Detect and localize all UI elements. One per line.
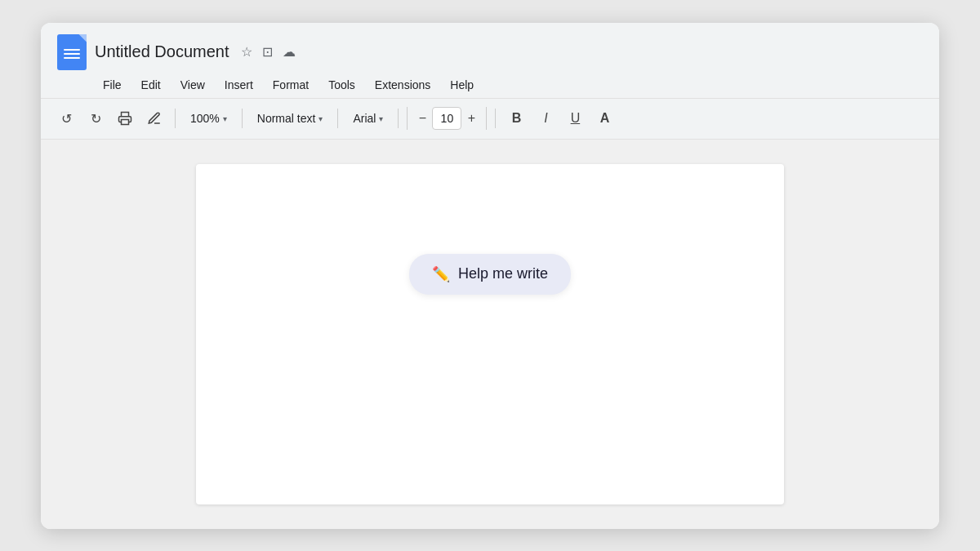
text-style-value: Normal text <box>257 112 316 125</box>
increase-font-size-button[interactable]: + <box>461 107 481 130</box>
font-color-button[interactable]: A <box>592 106 617 131</box>
spell-check-button[interactable] <box>142 106 167 131</box>
menu-edit[interactable]: Edit <box>133 75 169 95</box>
menu-bar: File Edit View Insert Format Tools Exten… <box>95 75 923 98</box>
title-row: Untitled Document ☆ ⊡ ☁ <box>57 34 923 70</box>
decrease-font-size-button[interactable]: − <box>412 107 432 130</box>
toolbar: ↺ ↻ 100% ▾ No <box>41 99 939 140</box>
bold-button[interactable]: B <box>504 106 528 131</box>
document-title[interactable]: Untitled Document <box>95 42 229 61</box>
drive-folder-icon[interactable]: ⊡ <box>262 44 273 60</box>
star-icon[interactable]: ☆ <box>241 44 252 60</box>
font-arrow: ▾ <box>379 114 383 123</box>
print-button[interactable] <box>113 106 137 131</box>
menu-tools[interactable]: Tools <box>320 75 363 95</box>
zoom-arrow: ▾ <box>223 114 227 123</box>
zoom-value: 100% <box>190 112 220 125</box>
font-value: Arial <box>353 112 376 125</box>
text-style-arrow: ▾ <box>318 114 323 123</box>
main-content-area: ✏️ Help me write <box>41 140 939 529</box>
help-me-write-label: Help me write <box>458 265 548 282</box>
doc-icon-line <box>64 49 80 51</box>
zoom-section: 100% ▾ <box>184 109 234 128</box>
doc-icon-line <box>64 53 80 55</box>
font-size-section: − + <box>407 107 487 130</box>
zoom-dropdown[interactable]: 100% ▾ <box>184 109 234 128</box>
italic-button[interactable]: I <box>533 106 558 131</box>
toolbar-divider-3 <box>337 109 338 128</box>
font-size-input[interactable] <box>432 107 461 130</box>
menu-insert[interactable]: Insert <box>216 75 261 95</box>
doc-icon-line <box>64 57 80 59</box>
menu-view[interactable]: View <box>172 75 213 95</box>
toolbar-divider-1 <box>175 109 176 128</box>
text-style-dropdown[interactable]: Normal text ▾ <box>251 109 330 128</box>
title-icons: ☆ ⊡ ☁ <box>241 44 296 60</box>
document-page[interactable]: ✏️ Help me write <box>196 164 784 504</box>
font-dropdown[interactable]: Arial ▾ <box>346 109 390 128</box>
svg-rect-0 <box>122 120 129 125</box>
menu-file[interactable]: File <box>95 75 130 95</box>
toolbar-divider-2 <box>242 109 243 128</box>
toolbar-divider-5 <box>495 109 496 128</box>
docs-app-icon <box>57 34 87 70</box>
redo-button[interactable]: ↻ <box>83 106 108 131</box>
pencil-icon: ✏️ <box>432 265 450 283</box>
menu-help[interactable]: Help <box>442 75 482 95</box>
undo-button[interactable]: ↺ <box>54 106 78 131</box>
title-bar: Untitled Document ☆ ⊡ ☁ File Edit View I… <box>41 23 939 99</box>
doc-icon-lines <box>64 49 80 59</box>
menu-extensions[interactable]: Extensions <box>367 75 439 95</box>
cloud-save-icon[interactable]: ☁ <box>283 44 296 60</box>
toolbar-divider-4 <box>398 109 399 128</box>
underline-button[interactable]: U <box>563 106 587 131</box>
help-me-write-button[interactable]: ✏️ Help me write <box>409 254 571 295</box>
browser-window: Untitled Document ☆ ⊡ ☁ File Edit View I… <box>41 23 939 529</box>
menu-format[interactable]: Format <box>265 75 317 95</box>
